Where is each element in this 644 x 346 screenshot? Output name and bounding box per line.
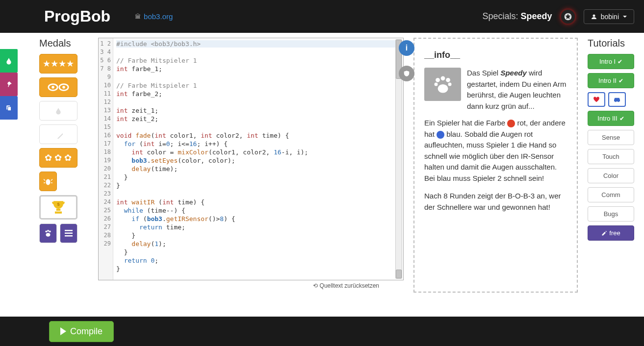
chevron-down-icon xyxy=(623,16,627,18)
tutorial-comm[interactable]: Comm xyxy=(588,187,634,202)
wand-icon xyxy=(54,130,63,139)
info-icon: i xyxy=(406,44,408,52)
medal-stars[interactable]: ★★★★ xyxy=(39,54,77,74)
info-para-2: Ein Spieler hat die Farbe rot, der ander… xyxy=(424,118,567,184)
user-icon xyxy=(591,14,597,20)
code-editor[interactable]: 1 2 3 4 5 6 7 8 9 10 11 12 13 14 15 16 1… xyxy=(98,38,404,280)
scrollbar-down[interactable] xyxy=(396,270,402,278)
tutorial-heart[interactable] xyxy=(588,92,605,107)
site-link-text: bob3.org xyxy=(144,12,173,21)
medal-gears[interactable]: ✿ ✿ ✿ xyxy=(39,148,77,168)
svg-rect-3 xyxy=(8,107,11,111)
svg-text:5: 5 xyxy=(57,202,60,207)
tutorial-sense[interactable]: Sense xyxy=(588,130,634,145)
rail-pin-button[interactable] xyxy=(0,73,18,96)
compile-button[interactable]: Compile xyxy=(49,321,114,342)
star-icon xyxy=(564,13,572,21)
tutorial-car[interactable] xyxy=(608,92,626,107)
svg-point-27 xyxy=(438,84,448,93)
copy-icon xyxy=(5,104,12,111)
check-icon: ✔ xyxy=(618,77,623,84)
check-icon: ✔ xyxy=(619,115,624,122)
tutorials-title: Tutorials xyxy=(588,38,634,49)
medal-eyes[interactable] xyxy=(39,77,77,97)
car-icon xyxy=(613,97,621,102)
paw-icon xyxy=(433,74,453,95)
svg-point-22 xyxy=(436,78,440,82)
header: ProgBob 🏛 bob3.org Specials: Speedy bobi… xyxy=(0,0,644,33)
svg-point-16 xyxy=(47,230,49,232)
drop-icon xyxy=(5,56,12,65)
trophy-icon: 5 xyxy=(50,199,67,216)
play-icon xyxy=(60,327,66,335)
check-icon: ✔ xyxy=(618,58,622,65)
info-tab-button[interactable]: i xyxy=(399,40,414,56)
svg-point-15 xyxy=(45,230,47,232)
svg-point-24 xyxy=(446,78,450,82)
medals-panel: Medals ★★★★ ✿ ✿ ✿ 5 xyxy=(39,38,88,317)
main-content: Medals ★★★★ ✿ ✿ ✿ 5 1 2 3 4 5 xyxy=(0,33,644,317)
tutorial-bugs[interactable]: Bugs xyxy=(588,206,634,222)
specials-label: Specials: Speedy xyxy=(483,11,552,22)
svg-point-1 xyxy=(592,14,595,17)
shield-icon xyxy=(403,70,410,77)
star-badge[interactable] xyxy=(560,8,576,25)
eye-icon xyxy=(48,83,69,92)
heart-icon xyxy=(593,96,600,103)
edit-icon xyxy=(601,230,607,236)
tutorial-color[interactable]: Color xyxy=(588,168,634,183)
medals-title: Medals xyxy=(39,38,88,49)
info-image xyxy=(424,68,461,101)
medal-paw-button[interactable] xyxy=(39,223,57,243)
building-icon: 🏛 xyxy=(135,13,141,20)
footer: Compile xyxy=(0,317,644,346)
info-para-3: Nach 8 Runden zeigt der B-O-B-3 an, wer … xyxy=(424,191,567,213)
rail-copy-button[interactable] xyxy=(0,96,18,120)
medal-trophy[interactable]: 5 xyxy=(39,195,77,220)
svg-line-11 xyxy=(51,179,52,181)
tutorial-touch[interactable]: Touch xyxy=(588,149,634,164)
compile-label: Compile xyxy=(70,326,103,337)
svg-point-7 xyxy=(62,86,65,89)
info-para-1: Das Spiel Speedy wird gestartet, indem D… xyxy=(467,68,567,112)
medal-wand-locked[interactable] xyxy=(39,124,77,144)
left-rail xyxy=(0,49,18,120)
svg-rect-19 xyxy=(65,230,73,231)
info-panel: __info__ Das Spiel Speedy wird gestartet… xyxy=(413,38,578,293)
user-menu-button[interactable]: bobini xyxy=(584,9,634,24)
code-area[interactable]: #include <bob3/bob3.h> // Farbe Mitspiel… xyxy=(113,38,403,280)
svg-rect-8 xyxy=(57,133,63,139)
svg-point-9 xyxy=(46,179,51,185)
user-name: bobini xyxy=(601,13,619,21)
medal-menu-button[interactable] xyxy=(60,223,77,243)
red-dot-icon xyxy=(507,120,515,127)
tutorial-intro1[interactable]: Intro I✔ xyxy=(588,54,634,69)
paw-icon xyxy=(44,229,52,238)
blue-dot-icon xyxy=(437,131,444,139)
specials-name: Speedy xyxy=(521,11,552,21)
shield-tab-button[interactable] xyxy=(399,66,414,81)
svg-line-10 xyxy=(44,179,45,181)
app-logo[interactable]: ProgBob xyxy=(44,7,110,25)
tutorial-free[interactable]: free xyxy=(588,225,634,241)
medal-bug[interactable] xyxy=(39,172,57,191)
bug-icon xyxy=(44,177,52,186)
svg-rect-21 xyxy=(65,235,73,237)
editor-panel: 1 2 3 4 5 6 7 8 9 10 11 12 13 14 15 16 1… xyxy=(98,38,404,317)
site-link[interactable]: 🏛 bob3.org xyxy=(135,12,173,21)
pin-icon xyxy=(5,81,12,88)
tutorials-panel: Tutorials Intro I✔ Intro II✔ Intro III✔ … xyxy=(588,38,634,317)
medal-drop-locked[interactable] xyxy=(39,101,77,121)
svg-point-23 xyxy=(440,76,445,80)
line-gutter: 1 2 3 4 5 6 7 8 9 10 11 12 13 14 15 16 1… xyxy=(99,38,113,280)
svg-point-26 xyxy=(448,83,451,86)
tutorial-intro3[interactable]: Intro III✔ xyxy=(588,111,634,126)
tutorial-intro2[interactable]: Intro II✔ xyxy=(588,73,634,88)
svg-rect-20 xyxy=(65,233,73,234)
svg-point-5 xyxy=(52,86,54,89)
svg-point-18 xyxy=(46,233,51,237)
svg-point-25 xyxy=(434,83,438,86)
info-column: i __info__ Das Spiel Speedy wird gestart… xyxy=(413,38,578,317)
reset-source-link[interactable]: ⟲ Quelltext zurücksetzen xyxy=(98,280,404,289)
rail-drop-button[interactable] xyxy=(0,49,18,73)
